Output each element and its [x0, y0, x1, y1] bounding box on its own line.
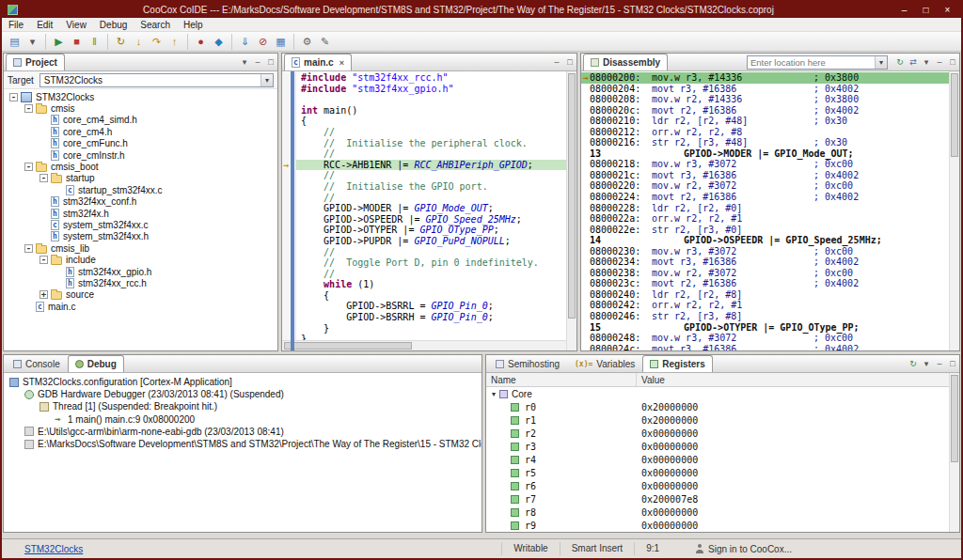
disassembly-line[interactable]: 14 GPIOD->OSPEEDR |= GPIO_Speed_25MHz;: [581, 235, 949, 246]
tree-item[interactable]: stm32f4xx_conf.h: [4, 196, 277, 208]
disassembly-line[interactable]: 08000204: movt r3, #16386 ; 0x4002: [581, 84, 949, 95]
column-name[interactable]: Name: [486, 373, 637, 386]
run-icon[interactable]: ▶: [50, 34, 68, 50]
register-row[interactable]: r5 0x00000000: [486, 466, 959, 479]
maximize-view-icon[interactable]: □: [946, 54, 959, 70]
tab-main-c[interactable]: main.c ×: [284, 54, 352, 70]
expander-icon[interactable]: [24, 244, 33, 253]
step-over-icon[interactable]: ↷: [148, 34, 166, 50]
disassembly-line[interactable]: 0800022e: str r2, [r3, #0]: [581, 225, 949, 236]
refresh-icon[interactable]: ↻: [893, 54, 907, 70]
scrollbar-thumb[interactable]: [284, 342, 412, 350]
tab-project[interactable]: Project: [6, 54, 65, 70]
scrollbar-thumb[interactable]: [951, 73, 958, 157]
maximize-view-icon[interactable]: □: [563, 54, 576, 70]
code-line[interactable]: GPIOD->MODER |= GPIO_Mode_OUT;: [282, 203, 576, 214]
minimize-view-icon[interactable]: –: [933, 355, 946, 372]
memory-view-icon[interactable]: ▦: [272, 34, 290, 50]
disassembly-line[interactable]: 08000246: str r2, [r3, #8]: [581, 311, 949, 322]
debug-tree-item[interactable]: 1 main() main.c:9 0x08000200: [4, 413, 482, 426]
tree-item[interactable]: cmsis_lib: [4, 242, 277, 254]
tree-item[interactable]: system_stm32f4xx.h: [4, 231, 277, 242]
signin-button[interactable]: Sign in to CooCox...: [695, 544, 792, 554]
tree-item[interactable]: core_cmInstr.h: [4, 149, 277, 161]
editor-vertical-scrollbar[interactable]: [566, 71, 576, 350]
disassembly-line[interactable]: 08000234: movt r3, #16386 ; 0x4002: [581, 257, 949, 268]
debug-tree-item[interactable]: GDB Hardware Debugger (23/03/2013 08:41)…: [4, 388, 482, 400]
breakpoint-icon[interactable]: ●: [192, 34, 210, 50]
maximize-view-icon[interactable]: □: [946, 355, 959, 372]
tree-item[interactable]: stm32f4xx_rcc.h: [4, 277, 277, 288]
disassembly-line[interactable]: 08000220: mov.w r2, #3072 ; 0xc00: [581, 180, 949, 192]
view-menu-icon[interactable]: ▾: [920, 355, 933, 372]
code-line[interactable]: GPIOD->OSPEEDR |= GPIO_Speed_25MHz;: [282, 214, 576, 226]
registers-vertical-scrollbar[interactable]: [949, 373, 959, 532]
tree-item[interactable]: stm32f4x.h: [4, 208, 277, 219]
tab-registers[interactable]: Registers: [642, 355, 713, 372]
close-tab-icon[interactable]: ×: [339, 58, 344, 68]
disassembly-location-input[interactable]: [748, 57, 875, 68]
code-line[interactable]: {: [282, 290, 576, 302]
code-line[interactable]: // Initialise the peripheral clock.: [282, 138, 576, 149]
disassembly-line[interactable]: 08000218: mov.w r3, #3072 ; 0xc00: [581, 159, 949, 170]
tab-disassembly[interactable]: Disassembly: [583, 54, 668, 70]
disassembly-line[interactable]: 08000210: ldr r2, [r2, #48] ; 0x30: [581, 116, 949, 127]
disassembly-vertical-scrollbar[interactable]: [949, 71, 959, 350]
tree-item[interactable]: main.c: [4, 301, 277, 312]
tree-item[interactable]: cmsis_boot: [4, 161, 277, 172]
refresh-icon[interactable]: ↻: [907, 355, 920, 372]
register-row[interactable]: r8 0x00000000: [486, 506, 959, 519]
menu-item[interactable]: View: [59, 18, 93, 32]
chevron-down-icon[interactable]: ▾: [875, 56, 887, 69]
editor-horizontal-scrollbar[interactable]: [282, 340, 566, 350]
expander-icon[interactable]: [39, 174, 48, 182]
debug-tree-item[interactable]: E:\MarksDocs\Software Development\STM8S …: [4, 438, 482, 450]
flash-download-icon[interactable]: ⇓: [236, 34, 254, 50]
code-line[interactable]: #include "stm32f4xx_gpio.h": [282, 84, 576, 95]
disassembly-line[interactable]: 08000212: orr.w r2, r2, #8: [581, 127, 949, 138]
expander-icon[interactable]: [24, 163, 33, 171]
disassembly-line[interactable]: 15 GPIOD->OTYPER |= GPIO_OType_PP;: [581, 322, 949, 334]
code-line[interactable]: [282, 94, 576, 105]
register-group-row[interactable]: ▾ Core: [486, 387, 959, 400]
debug-tree-item[interactable]: STM32Clocks.configuration [Cortex-M Appl…: [4, 376, 482, 388]
register-row[interactable]: r1 0x20000000: [486, 413, 959, 427]
code-line[interactable]: {: [282, 116, 576, 127]
code-area[interactable]: #include "stm32f4xx_rcc.h" #include "stm…: [282, 71, 576, 350]
register-row[interactable]: r9 0x00000000: [486, 519, 959, 532]
disassembly-line[interactable]: 08000230: mov.w r3, #3072 ; 0xc00: [581, 246, 949, 257]
project-status-link[interactable]: STM32Clocks: [24, 544, 83, 554]
code-line[interactable]: //: [282, 269, 576, 280]
tree-item[interactable]: core_cm4.h: [4, 126, 277, 137]
chevron-down-icon[interactable]: ▾: [260, 74, 273, 86]
disassembly-line[interactable]: 08000248: mov.w r3, #3072 ; 0xc00: [581, 333, 949, 344]
menu-item[interactable]: Help: [177, 18, 210, 32]
stop-icon[interactable]: ■: [68, 34, 86, 50]
register-row[interactable]: r2 0x00000000: [486, 427, 959, 440]
tree-item[interactable]: stm32f4xx_gpio.h: [4, 266, 277, 277]
disassembly-line[interactable]: 0800020c: movt r2, #16386 ; 0x4002: [581, 105, 949, 117]
code-line[interactable]: #include "stm32f4xx_rcc.h": [282, 72, 576, 84]
expander-icon[interactable]: [24, 104, 33, 113]
minimize-button[interactable]: –: [893, 3, 915, 17]
disassembly-line[interactable]: 08000238: mov.w r2, #3072 ; 0xc00: [581, 268, 949, 279]
code-line[interactable]: int main(): [282, 105, 576, 117]
tree-item[interactable]: core_cm4_simd.h: [4, 115, 277, 126]
code-line[interactable]: //: [282, 247, 576, 258]
tab-semihosting[interactable]: Semihosting: [488, 355, 567, 372]
tab-console[interactable]: Console: [6, 355, 68, 372]
disassembly-line[interactable]: 08000208: mov.w r2, #14336 ; 0x3800: [581, 94, 949, 105]
tree-item[interactable]: STM32Clocks: [4, 91, 277, 102]
column-value[interactable]: Value: [637, 375, 665, 385]
disassembly-line[interactable]: 08000224: movt r2, #16386 ; 0x4002: [581, 192, 949, 203]
minimize-view-icon[interactable]: –: [933, 54, 946, 70]
tree-item[interactable]: startup: [4, 173, 277, 184]
disassembly-line[interactable]: 13 GPIOD->MODER |= GPIO_Mode_OUT;: [581, 148, 949, 160]
disassembly-line[interactable]: 08000216: str r2, [r3, #48] ; 0x30: [581, 137, 949, 148]
disassembly-line[interactable]: 08000240: ldr r2, [r2, #8]: [581, 289, 949, 301]
expander-icon[interactable]: [9, 93, 18, 101]
step-into-icon[interactable]: ↓: [130, 34, 148, 50]
scrollbar-thumb[interactable]: [568, 73, 576, 319]
code-line[interactable]: while (1): [282, 279, 576, 290]
menu-item[interactable]: File: [2, 18, 30, 32]
